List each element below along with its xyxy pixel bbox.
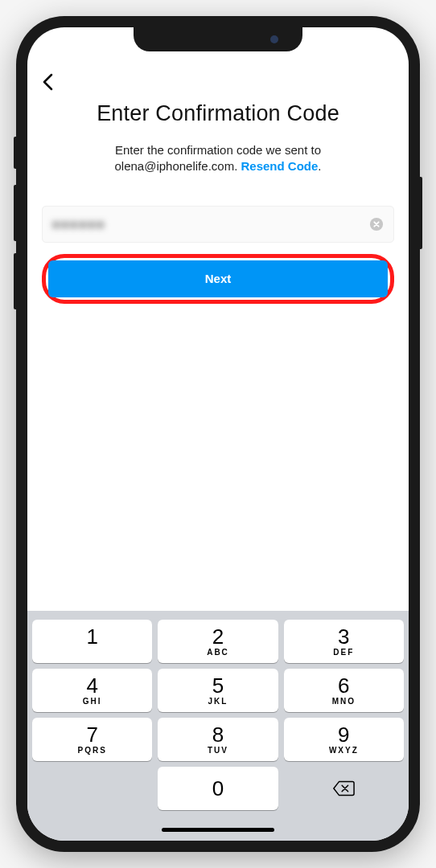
key-0[interactable]: 0	[158, 767, 278, 810]
key-backspace[interactable]	[284, 767, 404, 810]
subtitle-email: olena@iphonelife.com	[114, 159, 234, 173]
key-blank	[32, 767, 152, 810]
key-6[interactable]: 6 MNO	[284, 669, 404, 712]
next-button[interactable]: Next	[48, 260, 388, 297]
key-3[interactable]: 3 DEF	[284, 620, 404, 663]
next-button-label: Next	[205, 272, 232, 285]
phone-frame: Enter Confirmation Code Enter the confir…	[16, 16, 420, 852]
key-8[interactable]: 8 TUV	[158, 718, 278, 761]
numeric-keyboard: 1 2 ABC 3 DEF 4 GHI 5 JKL	[27, 611, 409, 818]
key-1[interactable]: 1	[32, 620, 152, 663]
subtitle: Enter the confirmation code we sent to o…	[58, 142, 378, 175]
confirmation-code-input[interactable]	[52, 217, 369, 231]
subtitle-text-1: Enter the confirmation code we sent to	[115, 143, 321, 157]
back-button[interactable]	[42, 69, 68, 95]
resend-code-link[interactable]: Resend Code	[241, 159, 318, 173]
home-indicator[interactable]	[162, 828, 274, 832]
key-2[interactable]: 2 ABC	[158, 620, 278, 663]
page-title: Enter Confirmation Code	[42, 101, 394, 126]
key-9[interactable]: 9 WXYZ	[284, 718, 404, 761]
key-7[interactable]: 7 PQRS	[32, 718, 152, 761]
front-camera	[270, 35, 278, 43]
notch	[134, 27, 302, 51]
subtitle-suffix: .	[318, 159, 321, 173]
chevron-left-icon	[42, 73, 53, 91]
key-grid: 1 2 ABC 3 DEF 4 GHI 5 JKL	[32, 620, 404, 810]
content-area: Enter Confirmation Code Enter the confir…	[27, 63, 409, 611]
screen: Enter Confirmation Code Enter the confir…	[27, 27, 409, 841]
clear-icon[interactable]	[369, 217, 384, 231]
home-indicator-area	[27, 818, 409, 841]
spacer	[42, 304, 394, 612]
backspace-icon	[332, 780, 355, 797]
code-input-row[interactable]	[42, 206, 394, 243]
key-4[interactable]: 4 GHI	[32, 669, 152, 712]
highlight-annotation: Next	[42, 254, 394, 304]
power-button	[420, 177, 422, 249]
key-5[interactable]: 5 JKL	[158, 669, 278, 712]
